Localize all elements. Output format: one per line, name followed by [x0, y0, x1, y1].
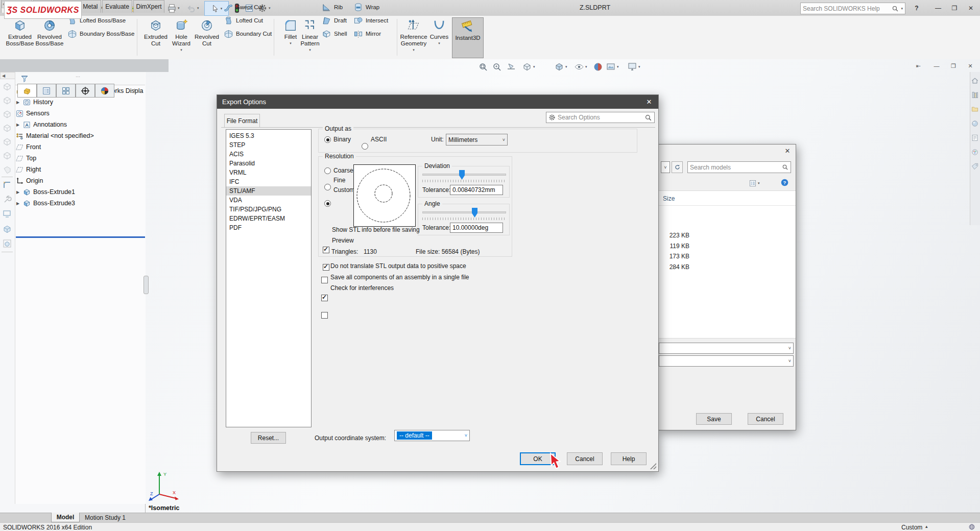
- format-item[interactable]: PDF: [226, 223, 311, 232]
- print-icon[interactable]: [165, 2, 178, 14]
- format-item[interactable]: VDA: [226, 196, 311, 205]
- help-button[interactable]: ?: [910, 3, 923, 13]
- dialog-help-button[interactable]: Help: [611, 452, 647, 465]
- tree-row-boss-extrude3[interactable]: ▶ Boss-Extrude3: [15, 198, 146, 209]
- curves-button[interactable]: Curves ▾: [423, 17, 455, 58]
- format-item[interactable]: IGES 5.3: [226, 131, 311, 140]
- interference-checkbox[interactable]: [321, 312, 328, 319]
- display-style-dropdown-icon[interactable]: ▾: [565, 65, 567, 69]
- format-item[interactable]: ACIS: [226, 150, 311, 159]
- format-item[interactable]: TIF/PSD/JPG/PNG: [226, 205, 311, 214]
- view-settings-dropdown-icon[interactable]: ▾: [638, 65, 640, 69]
- export-dialog-titlebar[interactable]: Export Options ✕: [217, 95, 658, 109]
- file-name-combobox[interactable]: ˅: [659, 343, 794, 354]
- format-item[interactable]: EDRW/EPRT/EASM: [226, 214, 311, 223]
- coord-system-combobox[interactable]: -- default -- ˅: [394, 430, 470, 441]
- shell-button[interactable]: Shell: [322, 29, 347, 39]
- format-list[interactable]: IGES 5.3 STEP ACIS Parasolid VRML IFC ST…: [226, 129, 312, 427]
- view-settings-icon[interactable]: [627, 62, 637, 72]
- panel-splitter-handle[interactable]: [144, 276, 149, 294]
- print-dropdown-icon[interactable]: ▾: [178, 6, 180, 10]
- address-dropdown-icon[interactable]: ˅: [661, 161, 670, 173]
- tree-tabs-expand-icon[interactable]: ›: [134, 86, 136, 92]
- reference-geometry-dropdown-icon[interactable]: ▾: [413, 48, 415, 52]
- instant3d-button[interactable]: Instant3D: [452, 17, 484, 58]
- tree-tab-configurations[interactable]: [56, 84, 76, 98]
- globe-icon[interactable]: [968, 523, 975, 530]
- save-as-type-combobox[interactable]: ˅: [659, 355, 794, 367]
- format-item[interactable]: IFC: [226, 177, 311, 186]
- status-units[interactable]: Custom: [901, 524, 922, 531]
- tree-row-boss-extrude1[interactable]: ▶ Boss-Extrude1: [15, 186, 146, 198]
- display-style-icon[interactable]: [554, 62, 564, 72]
- search-icon[interactable]: [892, 5, 899, 12]
- size-column-header[interactable]: Size: [663, 195, 675, 202]
- search-dropdown-icon[interactable]: ▾: [901, 7, 903, 11]
- save-dialog-help-icon[interactable]: ?: [780, 178, 789, 187]
- save-cancel-button[interactable]: Cancel: [748, 413, 783, 425]
- tree-row-material[interactable]: Material <not specified>: [15, 130, 146, 141]
- tree-tab-featuremanager[interactable]: [17, 84, 37, 98]
- save-button[interactable]: Save: [696, 413, 732, 425]
- task-pane-appearances-icon[interactable]: [971, 119, 979, 128]
- curves-dropdown-icon[interactable]: ▾: [438, 41, 440, 45]
- wrap-button[interactable]: Wrap: [353, 2, 388, 12]
- hole-wizard-dropdown-icon[interactable]: ▾: [180, 48, 182, 52]
- deviation-tolerance-input[interactable]: [450, 185, 503, 195]
- tab-model[interactable]: Model: [51, 513, 80, 522]
- expand-arrow-icon[interactable]: ▶: [15, 123, 20, 127]
- preview-checkbox[interactable]: [323, 264, 329, 271]
- dialog-resize-grip[interactable]: [650, 463, 656, 469]
- expand-arrow-icon[interactable]: ▶: [15, 100, 20, 105]
- ascii-radio[interactable]: [362, 143, 368, 150]
- custom-radio[interactable]: [324, 200, 331, 207]
- tab-motion-study[interactable]: Motion Study 1: [81, 513, 130, 522]
- mirror-button[interactable]: Mirror: [353, 29, 388, 39]
- lofted-cut-button[interactable]: Lofted Cut: [224, 15, 272, 26]
- zoom-area-icon[interactable]: [492, 62, 502, 72]
- tree-row-front-plane[interactable]: Front: [15, 141, 146, 153]
- file-list-area[interactable]: Size 223 KB 119 KB 173 KB 284 KB: [659, 190, 796, 339]
- hide-show-items-icon[interactable]: [574, 62, 584, 72]
- tree-row-history[interactable]: ▶ History: [15, 96, 146, 108]
- export-dialog-close-icon[interactable]: ✕: [644, 98, 654, 106]
- refresh-button[interactable]: [672, 161, 683, 173]
- file-format-tab[interactable]: File Format: [224, 114, 260, 128]
- revolved-cut-button[interactable]: RevolvedCut: [191, 17, 223, 58]
- expand-arrow-icon[interactable]: ▶: [15, 190, 20, 195]
- tree-row-right-plane[interactable]: Right: [15, 164, 146, 175]
- view-orientation-icon[interactable]: [522, 62, 532, 72]
- task-pane-forum-icon[interactable]: [971, 162, 979, 171]
- task-pane-design-library-icon[interactable]: [971, 91, 979, 99]
- tab-evaluate[interactable]: Evaluate: [102, 0, 132, 13]
- extruded-boss-base-button[interactable]: ExtrudedBoss/Base: [4, 17, 36, 58]
- fine-radio[interactable]: [324, 184, 331, 190]
- expand-arrow-icon[interactable]: ▶: [15, 201, 20, 206]
- deviation-slider-thumb[interactable]: [459, 170, 465, 180]
- dialog-cancel-button[interactable]: Cancel: [567, 452, 603, 465]
- format-item[interactable]: Parasolid: [226, 159, 311, 168]
- format-item[interactable]: VRML: [226, 168, 311, 177]
- linear-pattern-dropdown-icon[interactable]: ▾: [309, 48, 311, 52]
- format-item[interactable]: STEP: [226, 140, 311, 150]
- doc-minimize-icon[interactable]: —: [930, 61, 943, 70]
- models-search-box[interactable]: Search models: [687, 161, 791, 173]
- draft-button[interactable]: Draft: [322, 15, 347, 26]
- tree-tab-dimxpert[interactable]: [76, 84, 95, 98]
- single-file-checkbox[interactable]: [321, 295, 328, 301]
- pane-collapse-icon[interactable]: ⇤: [912, 61, 924, 70]
- no-translate-checkbox[interactable]: [321, 277, 328, 283]
- tab-dimxpert[interactable]: DimXpert: [133, 0, 164, 13]
- filter-funnel-icon[interactable]: [20, 75, 29, 83]
- scroll-left-icon[interactable]: ◀: [1, 74, 7, 78]
- fillet-dropdown-icon[interactable]: ▾: [290, 41, 292, 45]
- boundary-boss-button[interactable]: Boundary Boss/Base: [67, 29, 134, 39]
- show-stl-info-checkbox[interactable]: [323, 247, 329, 253]
- rollback-bar[interactable]: [16, 236, 145, 238]
- tree-row-top-plane[interactable]: Top: [15, 153, 146, 164]
- section-view-icon[interactable]: [506, 62, 516, 72]
- angle-tolerance-input[interactable]: [450, 223, 503, 233]
- appearances-icon[interactable]: [593, 62, 603, 72]
- swept-cut-button[interactable]: Swept Cut: [224, 2, 272, 12]
- reset-button[interactable]: Reset...: [251, 432, 286, 444]
